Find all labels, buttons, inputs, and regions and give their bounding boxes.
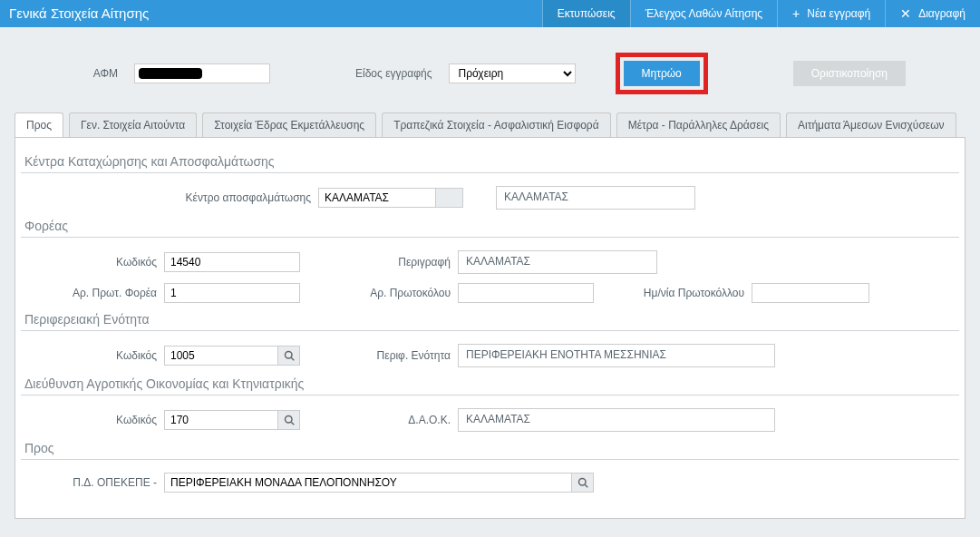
arprot-forea-label: Αρ. Πρωτ. Φορέα: [21, 287, 157, 299]
section-title-daok: Διεύθυνση Αγροτικής Οικονομίας και Κτηνι…: [21, 376, 959, 395]
hmnia-input[interactable]: [752, 283, 869, 303]
new-record-button[interactable]: + Νέα εγγραφή: [778, 0, 886, 27]
arprot-forea-input[interactable]: [164, 283, 300, 303]
search-icon: [284, 350, 295, 361]
foreas-kodikos-label: Κωδικός: [21, 256, 157, 268]
section-title-foreas: Φορέας: [21, 219, 959, 238]
daok-label: Δ.Α.Ο.Κ.: [369, 414, 451, 426]
daok-kodikos-input[interactable]: [164, 410, 278, 430]
arprot-label: Αρ. Πρωτοκόλου: [369, 287, 451, 299]
highlight-annotation: Μητρώο: [616, 53, 708, 94]
kentro-search-button[interactable]: [436, 188, 463, 208]
section-title-perif: Περιφερειακή Ενότητα: [21, 312, 959, 331]
tab-edra[interactable]: Στοιχεία Έδρας Εκμετάλλευσης: [202, 112, 376, 137]
page-title: Γενικά Στοιχεία Αίτησης: [0, 0, 543, 27]
afm-label: ΑΦΜ: [15, 67, 123, 80]
kentro-label: Κέντρο αποσφαλμάτωσης: [21, 191, 311, 204]
kentro-code-input[interactable]: [318, 188, 436, 208]
svg-point-2: [285, 416, 292, 424]
tab-general[interactable]: Γεν. Στοιχεία Αιτούντα: [69, 112, 197, 137]
foreas-kodikos-input[interactable]: [164, 252, 300, 272]
perif-kodikos-input[interactable]: [164, 346, 278, 366]
foreas-perigrafi-label: Περιγραφή: [396, 256, 451, 268]
search-icon: [284, 415, 295, 425]
daok-search-button[interactable]: [278, 410, 300, 430]
daok-kodikos-label: Κωδικός: [21, 414, 157, 426]
finalize-button: Οριστικοποίηση: [793, 61, 906, 86]
tab-bank[interactable]: Τραπεζικά Στοιχεία - Ασφαλιστική Εισφορά: [382, 112, 611, 137]
svg-line-1: [291, 357, 294, 360]
plus-icon: +: [792, 6, 800, 21]
svg-point-4: [578, 479, 586, 486]
kentro-desc: ΚΑΛΑΜΑΤΑΣ: [496, 186, 695, 210]
svg-point-0: [285, 352, 292, 359]
record-type-select[interactable]: Πρόχειρη: [449, 63, 576, 83]
close-icon: ✕: [900, 6, 911, 21]
delete-button[interactable]: ✕ Διαγραφή: [886, 0, 980, 27]
section-title-pros: Προς: [21, 441, 959, 460]
pros-search-button[interactable]: [572, 473, 594, 493]
redacted-text: [139, 68, 202, 79]
afm-input[interactable]: [134, 63, 270, 83]
section-title-kentra: Κέντρα Καταχώρησης και Αποσφαλμάτωσης: [21, 154, 959, 173]
pros-label: Π.Δ. ΟΠΕΚΕΠΕ -: [21, 476, 157, 489]
record-type-label: Είδος εγγραφής: [355, 67, 438, 80]
filter-bar: ΑΦΜ Είδος εγγραφής Πρόχειρη Μητρώο Οριστ…: [0, 27, 980, 112]
print-button[interactable]: Εκτυπώσεις: [543, 0, 631, 27]
app-header: Γενικά Στοιχεία Αίτησης Εκτυπώσεις Έλεγχ…: [0, 0, 980, 27]
arprot-input[interactable]: [458, 283, 594, 303]
perif-enotita-label: Περιφ. Ενότητα: [369, 349, 451, 362]
tab-metra[interactable]: Μέτρα - Παράλληλες Δράσεις: [616, 112, 781, 137]
search-icon: [577, 477, 588, 488]
perif-enotita: ΠΕΡΙΦΕΡΕΙΑΚΗ ΕΝΟΤΗΤΑ ΜΕΣΣΗΝΙΑΣ: [458, 344, 775, 367]
svg-line-3: [291, 422, 294, 425]
tab-aitimata[interactable]: Αιτήματα Άμεσων Ενισχύσεων: [786, 112, 956, 137]
pros-input[interactable]: [164, 473, 572, 493]
svg-line-5: [585, 484, 587, 487]
tab-content: Κέντρα Καταχώρησης και Αποσφαλμάτωσης Κέ…: [15, 137, 965, 519]
hmnia-label: Ημ/νία Πρωτοκόλλου: [636, 287, 744, 299]
foreas-perigrafi: ΚΑΛΑΜΑΤΑΣ: [458, 250, 657, 274]
perif-kodikos-label: Κωδικός: [21, 349, 157, 362]
perif-search-button[interactable]: [278, 346, 300, 366]
tab-pros[interactable]: Προς: [15, 112, 63, 137]
registry-button[interactable]: Μητρώο: [624, 61, 700, 86]
daok-value: ΚΑΛΑΜΑΤΑΣ: [458, 408, 775, 432]
tab-bar: Προς Γεν. Στοιχεία Αιτούντα Στοιχεία Έδρ…: [0, 112, 980, 137]
check-errors-button[interactable]: Έλεγχος Λαθών Αίτησης: [631, 0, 778, 27]
